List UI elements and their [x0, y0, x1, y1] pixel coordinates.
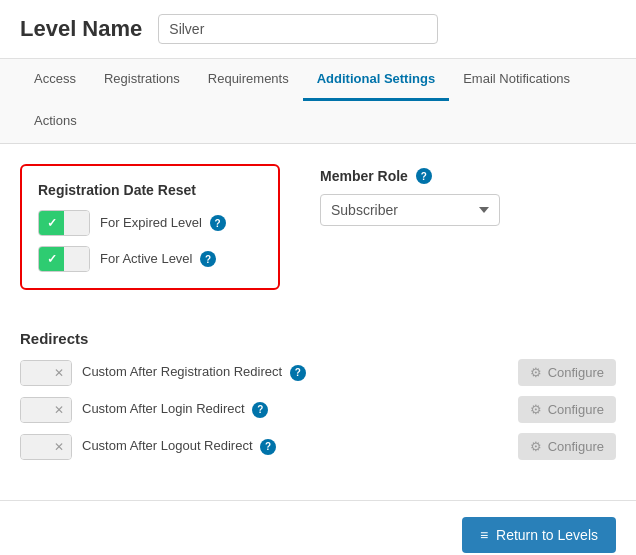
redirect-help-logout[interactable]: ?	[260, 439, 276, 455]
redirect-row-logout: ✕ Custom After Logout Redirect ? ⚙ Confi…	[20, 433, 616, 460]
tab-email-notifications[interactable]: Email Notifications	[449, 59, 584, 101]
main-content: Registration Date Reset ✓ For Expired Le…	[0, 144, 636, 490]
active-level-toggle[interactable]: ✓	[38, 246, 90, 272]
redirect-toggle-off-login	[21, 398, 46, 422]
return-to-levels-button[interactable]: ≡ Return to Levels	[462, 517, 616, 553]
redirect-toggle-x-logout: ✕	[46, 435, 71, 459]
toggle-on-check-active: ✓	[39, 247, 64, 271]
redirect-label-logout: Custom After Logout Redirect ?	[82, 438, 508, 455]
tab-actions[interactable]: Actions	[20, 101, 91, 143]
redirect-row-login: ✕ Custom After Login Redirect ? ⚙ Config…	[20, 396, 616, 423]
tab-requirements[interactable]: Requirements	[194, 59, 303, 101]
registration-date-reset-box: Registration Date Reset ✓ For Expired Le…	[20, 164, 280, 290]
configure-button-registration[interactable]: ⚙ Configure	[518, 359, 616, 386]
expired-level-label: For Expired Level ?	[100, 215, 226, 232]
member-role-label: Member Role ?	[320, 168, 500, 184]
tab-access[interactable]: Access	[20, 59, 90, 101]
redirect-toggle-x-reg: ✕	[46, 361, 71, 385]
toggle-off-area	[64, 211, 89, 235]
level-name-label: Level Name	[20, 16, 142, 42]
tabs-nav: Access Registrations Requirements Additi…	[0, 59, 636, 144]
tab-registrations[interactable]: Registrations	[90, 59, 194, 101]
level-name-input[interactable]	[158, 14, 438, 44]
expired-level-toggle[interactable]: ✓	[38, 210, 90, 236]
configure-button-login[interactable]: ⚙ Configure	[518, 396, 616, 423]
redirect-label-login: Custom After Login Redirect ?	[82, 401, 508, 418]
redirect-toggle-off-logout	[21, 435, 46, 459]
redirect-toggle-logout[interactable]: ✕	[20, 434, 72, 460]
redirect-help-registration[interactable]: ?	[290, 365, 306, 381]
redirect-label-registration: Custom After Registration Redirect ?	[82, 364, 508, 381]
top-section: Registration Date Reset ✓ For Expired Le…	[20, 164, 616, 310]
gear-icon-login: ⚙	[530, 402, 542, 417]
redirects-title: Redirects	[20, 330, 616, 347]
member-role-select[interactable]: Subscriber Editor Author Contributor Adm…	[320, 194, 500, 226]
redirect-toggle-x-login: ✕	[46, 398, 71, 422]
active-level-help-icon[interactable]: ?	[200, 251, 216, 267]
list-icon: ≡	[480, 527, 488, 543]
expired-level-help-icon[interactable]: ?	[210, 215, 226, 231]
active-level-row: ✓ For Active Level ?	[38, 246, 262, 272]
active-level-label: For Active Level ?	[100, 251, 216, 268]
redirect-toggle-registration[interactable]: ✕	[20, 360, 72, 386]
redirect-toggle-login[interactable]: ✕	[20, 397, 72, 423]
tab-additional-settings[interactable]: Additional Settings	[303, 59, 449, 101]
redirect-help-login[interactable]: ?	[252, 402, 268, 418]
member-role-section: Member Role ? Subscriber Editor Author C…	[320, 164, 500, 310]
registration-date-reset-title: Registration Date Reset	[38, 182, 262, 198]
configure-button-logout[interactable]: ⚙ Configure	[518, 433, 616, 460]
redirect-toggle-off-reg	[21, 361, 46, 385]
redirects-section: Redirects ✕ Custom After Registration Re…	[20, 330, 616, 460]
gear-icon-registration: ⚙	[530, 365, 542, 380]
footer: ≡ Return to Levels	[0, 500, 636, 555]
page-header: Level Name	[0, 0, 636, 59]
member-role-help-icon[interactable]: ?	[416, 168, 432, 184]
toggle-off-area-active	[64, 247, 89, 271]
redirect-row-registration: ✕ Custom After Registration Redirect ? ⚙…	[20, 359, 616, 386]
expired-level-row: ✓ For Expired Level ?	[38, 210, 262, 236]
toggle-on-check: ✓	[39, 211, 64, 235]
gear-icon-logout: ⚙	[530, 439, 542, 454]
